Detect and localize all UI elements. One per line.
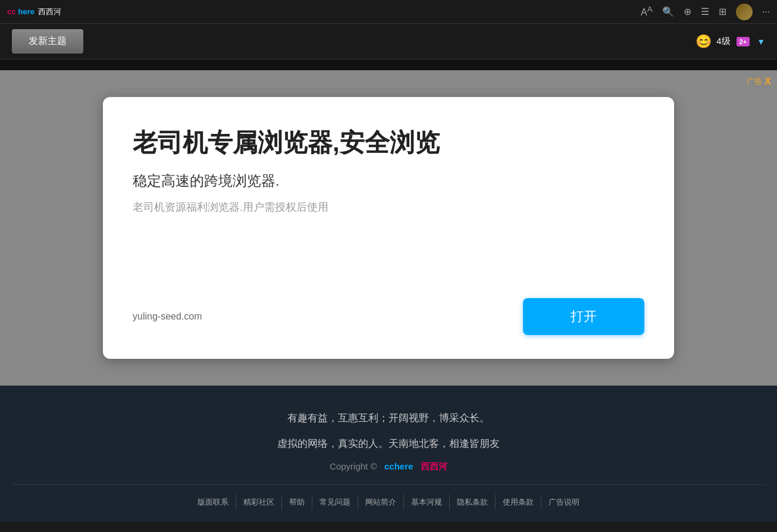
copyright-text: Copyright © (330, 461, 377, 471)
footer-nav-item[interactable]: 网站简介 (358, 495, 404, 510)
black-separator (0, 60, 777, 70)
footer-nav-item[interactable]: 基本河规 (404, 495, 450, 510)
footer-slogan-2: 虚拟的网络，真实的人。天南地北客，相逢皆朋友 (12, 435, 765, 453)
ad-text: 广告 (747, 76, 762, 87)
user-level: 4级 (716, 36, 730, 47)
ad-label: 广告 X (747, 76, 771, 87)
user-badge[interactable]: 2+ (737, 37, 750, 46)
translate-icon[interactable]: ⊕ (684, 6, 691, 17)
footer-copyright: Copyright © cchere 西西河 (12, 461, 765, 472)
reader-mode-icon[interactable]: ☰ (701, 6, 709, 17)
ad-subtitle: 稳定高速的跨境浏览器. (133, 171, 644, 190)
user-dropdown-arrow[interactable]: ▼ (757, 37, 765, 46)
ad-container: 广告 X 老司机专属浏览器,安全浏览 稳定高速的跨境浏览器. 老司机资源福利浏览… (0, 70, 777, 386)
footer-site-name[interactable]: cchere (384, 461, 413, 471)
footer-nav-item[interactable]: 使用条款 (496, 495, 541, 510)
browser-logo: cchere 西西河 (7, 7, 61, 17)
logo-cc-text: cc (7, 7, 15, 16)
logo-site-text: 西西河 (38, 7, 61, 17)
footer: 有趣有益，互惠互利；开阔视野，博采众长。 虚拟的网络，真实的人。天南地北客，相逢… (0, 386, 777, 522)
ad-description: 老司机资源福利浏览器.用户需授权后使用 (133, 200, 644, 214)
more-menu-icon[interactable]: ··· (762, 7, 770, 17)
font-size-icon[interactable]: AA (641, 5, 653, 18)
footer-slogan-1: 有趣有益，互惠互利；开阔视野，博采众长。 (12, 409, 765, 428)
zoom-icon[interactable]: 🔍 (662, 6, 674, 17)
browser-controls: AA 🔍 ⊕ ☰ ⊞ ··· (641, 4, 770, 20)
ad-title: 老司机专属浏览器,安全浏览 (133, 127, 644, 159)
browser-bar: cchere 西西河 AA 🔍 ⊕ ☰ ⊞ ··· (0, 0, 777, 24)
logo-here-text: here (18, 7, 34, 16)
add-tab-icon[interactable]: ⊞ (719, 6, 726, 17)
footer-nav-item[interactable]: 常见问题 (312, 495, 358, 510)
user-info: 😊 4级 2+ ▼ (695, 34, 765, 49)
footer-nav-item[interactable]: 帮助 (282, 495, 312, 510)
ad-card-content: 老司机专属浏览器,安全浏览 稳定高速的跨境浏览器. 老司机资源福利浏览器.用户需… (133, 127, 644, 274)
new-post-button[interactable]: 发新主题 (12, 29, 83, 54)
footer-site-cn[interactable]: 西西河 (421, 461, 447, 471)
footer-nav-item[interactable]: 版面联系 (190, 495, 236, 510)
footer-nav-item[interactable]: 广告说明 (541, 495, 587, 510)
ad-card: 老司机专属浏览器,安全浏览 稳定高速的跨境浏览器. 老司机资源福利浏览器.用户需… (103, 97, 674, 359)
ad-close-button[interactable]: X (765, 76, 771, 87)
ad-footer: yuling-seed.com 打开 (133, 298, 644, 335)
page-toolbar: 发新主题 😊 4级 2+ ▼ (0, 24, 777, 60)
avatar[interactable] (736, 4, 753, 20)
footer-nav: 版面联系精彩社区帮助常见问题网站简介基本河规隐私条款使用条款广告说明 (12, 484, 765, 510)
footer-nav-item[interactable]: 精彩社区 (236, 495, 282, 510)
ad-url: yuling-seed.com (133, 311, 202, 322)
ad-open-button[interactable]: 打开 (523, 298, 644, 335)
footer-nav-item[interactable]: 隐私条款 (450, 495, 496, 510)
user-emoji-icon: 😊 (695, 34, 712, 49)
